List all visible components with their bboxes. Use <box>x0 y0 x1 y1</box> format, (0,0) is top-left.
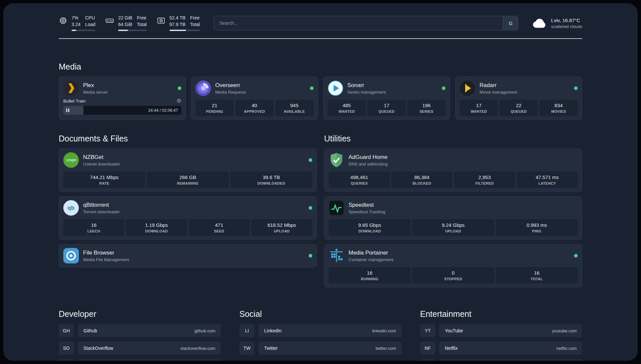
cloud-icon <box>532 17 547 29</box>
plex-icon <box>63 80 79 96</box>
app-name: Overseerr <box>215 82 246 89</box>
bookmark-abbr[interactable]: TW <box>239 342 255 355</box>
stat-tile: 9.24 Gbps UPLOAD <box>412 219 494 236</box>
app-card-radarr[interactable]: Radarr Movie management 17 WANTED 22 QUE… <box>455 76 582 120</box>
section-documents: Documents & Files nzbget NZBGet <box>59 134 317 288</box>
stat-tile: 834 MOVIES <box>539 100 578 116</box>
app-card-filebrowser[interactable]: File Browser Media File Management <box>59 244 317 267</box>
app-subtitle: Media File Management <box>83 257 129 262</box>
bookmark-link[interactable]: Github github.com <box>78 324 221 337</box>
stat-tile: 485 WANTED <box>328 100 366 116</box>
app-name: Plex <box>83 82 108 89</box>
bookmark-link[interactable]: StackOverflow stackoverflow.com <box>78 342 221 355</box>
app-subtitle: DNS and adblocking <box>349 162 388 167</box>
topbar: 7% 3.24 CPU Load <box>59 15 582 31</box>
section-title-media: Media <box>59 62 582 72</box>
qbittorrent-icon: qb <box>63 200 79 216</box>
status-dot <box>574 254 578 258</box>
radarr-icon <box>460 80 475 96</box>
app-card-adguard[interactable]: AdGuard Home DNS and adblocking 498,461 … <box>324 148 582 192</box>
disk-progress-track <box>169 30 200 31</box>
speedtest-icon <box>329 200 344 216</box>
bookmark-abbr[interactable]: SO <box>59 342 74 355</box>
playback-progress-bar[interactable]: 24:44 / 02:06:47 <box>63 106 181 115</box>
stat-tile: 0.993 ms PING <box>496 219 578 236</box>
bookmark-link[interactable]: Reddit reddit.com <box>439 359 582 361</box>
search-engine-button[interactable]: G <box>503 16 518 30</box>
cpu-progress-track <box>72 30 95 31</box>
status-dot <box>442 86 445 90</box>
bookmark-abbr[interactable]: NF <box>420 342 435 355</box>
stat-tile: 17 WANTED <box>460 100 498 116</box>
stat-tile: 196 SERIES <box>407 100 445 116</box>
app-name: File Browser <box>83 250 129 256</box>
bookmark-link[interactable]: DEV dev.to <box>78 359 221 361</box>
ram-progress-fill <box>118 30 128 31</box>
app-card-speedtest[interactable]: Speedtest Speedtest Tracking 9.65 Gbps D… <box>324 196 582 240</box>
bookmark-link[interactable]: YouTube youtube.com <box>439 324 582 337</box>
dashboard-content: 7% 3.24 CPU Load <box>3 15 638 361</box>
search-bar[interactable]: G <box>214 16 518 30</box>
bookmark-abbr[interactable]: GH <box>59 324 74 337</box>
disk-progress-fill <box>169 30 186 31</box>
bookmark-link[interactable]: Netflix netflix.com <box>439 342 582 355</box>
sonarr-icon <box>328 80 343 96</box>
app-name: Radarr <box>479 82 517 89</box>
bookmark-abbr[interactable]: RE <box>420 359 435 361</box>
gear-icon[interactable]: ⚙ <box>176 98 181 104</box>
stat-tile: 86,384 BLOCKED <box>391 171 452 188</box>
stat-tile: 16 LEECH <box>63 219 124 236</box>
disk-free-value: 52.4 TB <box>169 15 186 20</box>
disk-total-value: 97.9 TB <box>169 22 186 27</box>
section-developer: Developer GH Github github.com SO StackO… <box>59 309 221 361</box>
app-card-portainer[interactable]: Media Portainer Container management 16 … <box>324 244 582 288</box>
stat-tile: 9.65 Gbps DOWNLOAD <box>329 219 411 236</box>
cpu-load-label: Load <box>85 22 95 27</box>
bookmark-linkedin: LI LinkedIn linkedin.com <box>239 324 402 337</box>
stat-tile: 1.19 Gbps DOWNLOAD <box>126 219 187 236</box>
app-name: NZBGet <box>83 154 120 161</box>
status-dot <box>309 206 312 210</box>
app-name: qBittorrent <box>83 202 120 208</box>
bookmark-abbr[interactable]: LI <box>239 324 255 337</box>
bookmark-stackoverflow: SO StackOverflow stackoverflow.com <box>59 342 221 355</box>
portainer-icon <box>329 248 344 263</box>
app-card-qbittorrent[interactable]: qb qBittorrent Torrent downloader <box>59 196 317 240</box>
stat-tile: 16 RUNNING <box>329 267 411 284</box>
app-subtitle: Container management <box>349 257 393 262</box>
stat-tile: 0 STOPPED <box>412 267 494 284</box>
bookmark-abbr[interactable]: YT <box>420 324 435 337</box>
section-utilities: Utilities AdGuard Home DNS and adblockin… <box>324 134 582 288</box>
app-card-sonarr[interactable]: Sonarr Series management 485 WANTED 17 Q… <box>323 76 450 120</box>
stat-tile: 21 PENDING <box>196 100 234 116</box>
ram-progress-track <box>118 30 146 31</box>
section-title-utilities: Utilities <box>324 134 582 143</box>
section-social: Social LI LinkedIn linkedin.com TW Twitt… <box>239 309 402 361</box>
disk-free-label: Free <box>190 15 200 20</box>
bookmark-link[interactable]: LinkedIn linkedin.com <box>259 324 402 337</box>
stat-tile: 618.52 Mbps UPLOAD <box>251 219 312 236</box>
cpu-label: CPU <box>85 15 95 20</box>
cpu-metric: 7% 3.24 CPU Load <box>59 15 95 31</box>
app-subtitle: Media Requests <box>215 90 246 95</box>
bookmark-reddit: RE Reddit reddit.com <box>420 359 582 361</box>
bookmark-abbr[interactable]: DT <box>59 359 74 361</box>
bookmark-link[interactable]: Twitter twitter.com <box>259 342 402 355</box>
app-card-nzbget[interactable]: nzbget NZBGet Usenet downloader 74 <box>59 148 317 192</box>
app-name: Sonarr <box>348 82 386 89</box>
weather-widget: Lviv, 16.87°C scattered clouds <box>532 17 582 29</box>
app-card-overseerr[interactable]: Overseerr Media Requests 21 PENDING 40 A… <box>191 76 318 120</box>
stat-tile: 22 QUEUED <box>500 100 538 116</box>
stat-tile: 471 SEED <box>189 219 250 236</box>
app-card-plex[interactable]: Plex Media server Bullet Train ⚙ 24:44 /… <box>59 76 186 120</box>
app-name: Media Portainer <box>349 250 393 256</box>
section-title-developer: Developer <box>59 309 221 319</box>
stat-tile: 47.571 ms LATENCY <box>517 171 578 188</box>
cpu-progress-fill <box>72 30 76 31</box>
topbar-divider <box>59 38 582 39</box>
disk-total-label: Total <box>190 22 200 27</box>
section-media: Media Plex Media server <box>59 62 582 120</box>
stat-tile: 744.21 Mbps RATE <box>63 171 145 188</box>
pause-button[interactable] <box>66 108 69 112</box>
search-input[interactable] <box>214 16 503 30</box>
